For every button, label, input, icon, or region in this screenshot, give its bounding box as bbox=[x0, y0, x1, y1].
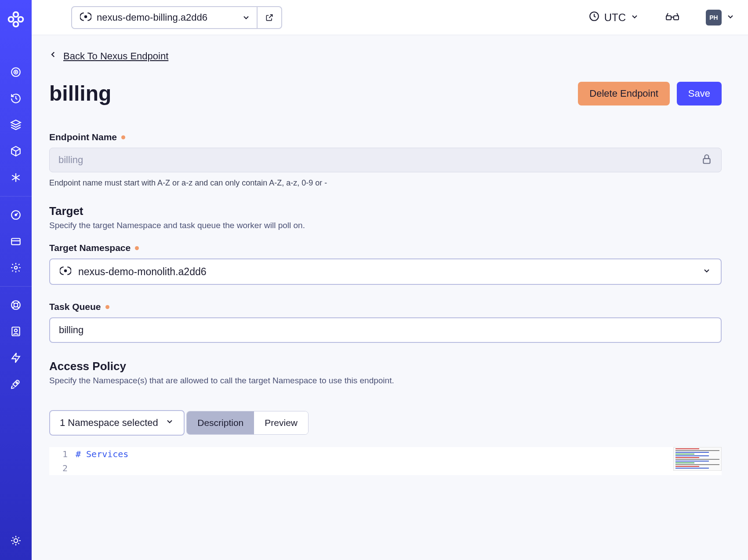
task-queue-input-wrapper bbox=[49, 317, 722, 343]
code-minimap[interactable] bbox=[673, 447, 722, 471]
nav-lifebuoy-icon[interactable] bbox=[10, 299, 22, 311]
nav-cube-icon[interactable] bbox=[10, 145, 22, 157]
endpoint-name-input: billing bbox=[49, 148, 722, 172]
svg-point-2 bbox=[15, 72, 16, 73]
code-gutter: 1 2 bbox=[49, 447, 76, 475]
glasses-icon[interactable] bbox=[665, 11, 679, 24]
back-link-text: Back To Nexus Endpoint bbox=[63, 51, 168, 62]
back-link[interactable]: Back To Nexus Endpoint bbox=[49, 48, 722, 64]
task-queue-input[interactable] bbox=[59, 324, 712, 336]
svg-line-14 bbox=[12, 302, 14, 303]
avatar: PH bbox=[706, 10, 722, 25]
svg-line-28 bbox=[18, 543, 19, 544]
timezone-selector[interactable]: UTC bbox=[588, 11, 639, 25]
svg-line-17 bbox=[17, 302, 19, 303]
nav-radar-icon[interactable] bbox=[10, 66, 22, 78]
svg-point-36 bbox=[65, 270, 66, 272]
sidebar bbox=[0, 0, 32, 560]
svg-line-30 bbox=[18, 537, 19, 538]
svg-marker-3 bbox=[11, 120, 21, 125]
access-policy-desc: Specify the Namespace(s) that are allowe… bbox=[49, 376, 722, 385]
svg-point-13 bbox=[14, 303, 18, 307]
nav-brightness-icon[interactable] bbox=[10, 535, 22, 547]
svg-rect-34 bbox=[674, 16, 679, 20]
namespace-text: nexus-demo-billing.a2dd6 bbox=[97, 12, 207, 23]
description-tabs: Description Preview bbox=[186, 411, 309, 435]
sidebar-divider bbox=[0, 286, 32, 287]
endpoint-name-hint: Endpoint name must start with A-Z or a-z… bbox=[49, 178, 722, 188]
svg-point-22 bbox=[14, 539, 18, 543]
sidebar-divider bbox=[0, 196, 32, 196]
nav-layers-icon[interactable] bbox=[10, 119, 22, 131]
namespace-count-text: 1 Namespace selected bbox=[60, 417, 158, 429]
nav-gear-icon[interactable] bbox=[10, 262, 22, 274]
code-editor[interactable]: 1 2 # Services bbox=[49, 447, 722, 475]
namespace-icon bbox=[60, 265, 71, 278]
svg-rect-33 bbox=[666, 16, 671, 20]
target-namespace-select[interactable]: nexus-demo-monolith.a2dd6 bbox=[49, 258, 722, 285]
lock-icon bbox=[701, 153, 712, 167]
nav-rocket-icon[interactable] bbox=[10, 378, 22, 390]
svg-rect-9 bbox=[11, 239, 20, 245]
task-queue-label: Task Queue bbox=[49, 302, 722, 312]
chevron-down-icon bbox=[165, 417, 174, 429]
namespace-selector[interactable]: nexus-demo-billing.a2dd6 bbox=[71, 6, 282, 29]
chevron-down-icon bbox=[702, 266, 711, 277]
svg-line-29 bbox=[12, 543, 13, 544]
svg-line-15 bbox=[17, 306, 19, 308]
chevron-down-icon bbox=[726, 12, 735, 23]
logo-icon[interactable] bbox=[6, 10, 25, 31]
svg-marker-20 bbox=[12, 353, 19, 363]
svg-point-11 bbox=[15, 266, 18, 269]
tab-preview[interactable]: Preview bbox=[254, 411, 308, 434]
svg-line-27 bbox=[12, 537, 13, 538]
topbar: nexus-demo-billing.a2dd6 UTC bbox=[32, 0, 748, 35]
required-dot-icon bbox=[105, 305, 109, 309]
tab-description[interactable]: Description bbox=[187, 411, 254, 434]
target-namespace-label: Target Namespace bbox=[49, 243, 722, 253]
endpoint-name-label: Endpoint Name bbox=[49, 132, 722, 142]
save-button[interactable]: Save bbox=[677, 82, 722, 105]
svg-point-21 bbox=[16, 382, 18, 383]
target-namespace-value: nexus-demo-monolith.a2dd6 bbox=[78, 266, 695, 278]
required-dot-icon bbox=[135, 246, 139, 250]
user-menu[interactable]: PH bbox=[706, 10, 735, 25]
svg-point-8 bbox=[15, 214, 16, 215]
chevron-left-icon bbox=[49, 48, 57, 64]
nav-bolt-icon[interactable] bbox=[10, 352, 22, 364]
clock-icon bbox=[588, 11, 600, 25]
nav-card-icon[interactable] bbox=[10, 235, 22, 247]
namespace-count-select[interactable]: 1 Namespace selected bbox=[49, 410, 185, 436]
target-desc: Specify the target Namespace and task qu… bbox=[49, 221, 722, 230]
timezone-text: UTC bbox=[604, 11, 626, 24]
required-dot-icon bbox=[121, 135, 125, 139]
chevron-down-icon bbox=[630, 11, 639, 24]
delete-endpoint-button[interactable]: Delete Endpoint bbox=[578, 82, 670, 105]
endpoint-name-value: billing bbox=[58, 154, 701, 166]
target-title: Target bbox=[49, 204, 722, 218]
external-link-button[interactable] bbox=[257, 7, 281, 28]
namespace-chevron[interactable] bbox=[215, 13, 257, 22]
content: Back To Nexus Endpoint billing Delete En… bbox=[32, 35, 748, 560]
page-title: billing bbox=[49, 81, 578, 105]
access-policy-title: Access Policy bbox=[49, 360, 722, 373]
svg-line-16 bbox=[12, 306, 14, 308]
svg-rect-35 bbox=[703, 159, 710, 164]
namespace-icon bbox=[80, 11, 91, 24]
nav-gauge-icon[interactable] bbox=[10, 209, 22, 221]
nav-contact-icon[interactable] bbox=[10, 325, 22, 338]
svg-point-19 bbox=[15, 329, 18, 332]
code-lines: # Services bbox=[76, 447, 664, 475]
svg-point-31 bbox=[85, 15, 87, 17]
nav-history-icon[interactable] bbox=[10, 92, 22, 105]
nav-asterisk-icon[interactable] bbox=[10, 171, 22, 184]
